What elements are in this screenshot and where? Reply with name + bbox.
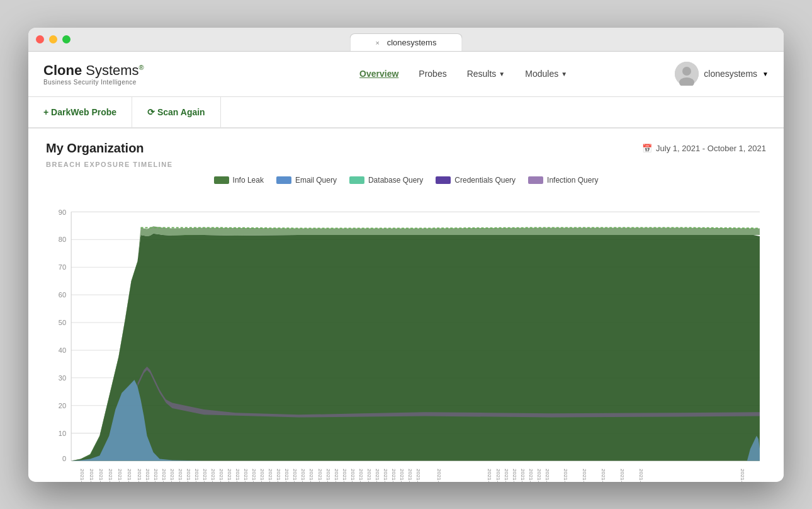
legend-credentials-query: Credentials Query xyxy=(436,176,516,185)
svg-text:2021-JUN-15: 2021-JUN-15 xyxy=(415,469,421,482)
svg-text:2021-JUN-12: 2021-JUN-12 xyxy=(391,469,397,482)
legend-color-credentials-query xyxy=(436,176,451,184)
logo-systems: Systems xyxy=(82,62,138,78)
date-range: 📅 July 1, 2021 - October 1, 2021 xyxy=(642,144,766,153)
svg-text:2021-SEP-11: 2021-SEP-11 xyxy=(520,469,526,482)
svg-text:30: 30 xyxy=(59,374,66,381)
svg-text:2021-JUN-05: 2021-JUN-05 xyxy=(334,469,339,482)
nav-overview[interactable]: Overview xyxy=(359,69,398,79)
tab-close-icon[interactable]: × xyxy=(376,39,380,47)
svg-text:2021-SEP-07: 2021-SEP-07 xyxy=(487,469,492,482)
legend-color-database-query xyxy=(349,176,364,184)
legend-color-infection-query xyxy=(528,176,543,184)
svg-text:2021-JUN-13: 2021-JUN-13 xyxy=(399,469,405,482)
nav-modules[interactable]: Modules ▼ xyxy=(525,69,567,79)
svg-text:70: 70 xyxy=(59,263,66,271)
legend-email-query: Email Query xyxy=(276,176,337,185)
modules-chevron-icon: ▼ xyxy=(561,71,567,77)
minimize-dot[interactable] xyxy=(49,35,57,43)
svg-text:2021-MAY-16: 2021-MAY-16 xyxy=(169,469,175,482)
date-range-text: July 1, 2021 - October 1, 2021 xyxy=(656,144,766,153)
close-dot[interactable] xyxy=(36,35,44,43)
scan-again-button[interactable]: ⟳ Scan Again xyxy=(132,97,221,127)
svg-text:2021-SEP-17: 2021-SEP-17 xyxy=(601,469,606,482)
svg-text:2021-MAY-27: 2021-MAY-27 xyxy=(259,469,265,482)
org-header: My Organization 📅 July 1, 2021 - October… xyxy=(46,141,766,156)
svg-text:2021-MAY-23: 2021-MAY-23 xyxy=(227,469,232,482)
svg-text:2021-MAY-19: 2021-MAY-19 xyxy=(194,469,200,482)
section-label: BREACH EXPOSURE TIMELINE xyxy=(46,161,766,168)
svg-text:2021-MAY-25: 2021-MAY-25 xyxy=(243,469,249,482)
logo-trademark: ® xyxy=(139,63,144,71)
info-leak-area xyxy=(71,233,760,460)
svg-text:2021-MAR-30: 2021-MAR-30 xyxy=(98,469,104,482)
svg-text:2021-MAY-17: 2021-MAY-17 xyxy=(178,469,183,482)
legend-info-leak: Info Leak xyxy=(214,176,264,185)
avatar xyxy=(675,62,699,86)
darkweb-probe-button[interactable]: + DarkWeb Probe xyxy=(28,97,132,127)
svg-text:2021-JUN-04: 2021-JUN-04 xyxy=(325,469,331,482)
nav-results[interactable]: Results ▼ xyxy=(467,69,505,79)
svg-text:2021-SEP-15: 2021-SEP-15 xyxy=(563,469,568,482)
svg-text:2021-JUN-02: 2021-JUN-02 xyxy=(309,469,315,482)
svg-text:2021-SEP-10: 2021-SEP-10 xyxy=(512,469,517,482)
svg-text:2021-JUN-11: 2021-JUN-11 xyxy=(383,469,388,482)
svg-text:2021-MAY-26: 2021-MAY-26 xyxy=(251,469,257,482)
user-chevron-icon: ▼ xyxy=(762,71,769,77)
svg-text:2021-MAY-30: 2021-MAY-30 xyxy=(284,469,290,482)
svg-text:2021-MAY-13: 2021-MAY-13 xyxy=(145,469,150,482)
svg-text:2021-SEP-08: 2021-SEP-08 xyxy=(495,469,501,482)
svg-text:2021-MAY-28: 2021-MAY-28 xyxy=(268,469,273,482)
svg-text:2021-APR-23: 2021-APR-23 xyxy=(127,469,132,482)
navbar: Clone Systems® Business Security Intelli… xyxy=(28,52,784,97)
svg-text:2021-SEP-09: 2021-SEP-09 xyxy=(504,469,509,482)
svg-text:2021-SEP-18: 2021-SEP-18 xyxy=(619,469,625,482)
username-label: clonesystems xyxy=(704,69,757,79)
svg-text:2021-JUN-10: 2021-JUN-10 xyxy=(375,469,380,482)
maximize-dot[interactable] xyxy=(62,35,70,43)
svg-text:2021-JUN-14: 2021-JUN-14 xyxy=(407,469,413,482)
nav-links: Overview Probes Results ▼ Modules ▼ xyxy=(359,69,567,79)
chart-legend: Info Leak Email Query Database Query Cre… xyxy=(46,176,766,185)
chart-container: 90 80 70 60 50 40 30 20 10 0 xyxy=(46,192,766,482)
svg-text:2021-APR-05: 2021-APR-05 xyxy=(108,469,113,482)
legend-color-info-leak xyxy=(214,176,229,184)
legend-infection-query: Infection Query xyxy=(528,176,598,185)
results-chevron-icon: ▼ xyxy=(499,71,505,77)
svg-text:50: 50 xyxy=(59,318,66,326)
logo-area: Clone Systems® Business Security Intelli… xyxy=(43,62,144,86)
svg-text:2021-JUN-06: 2021-JUN-06 xyxy=(342,469,347,482)
browser-tab[interactable]: × clonesystems xyxy=(350,33,463,51)
svg-text:2021-JUN-07: 2021-JUN-07 xyxy=(350,469,356,482)
svg-text:2021-JUN-08: 2021-JUN-08 xyxy=(358,469,364,482)
svg-text:2021-SEP-19: 2021-SEP-19 xyxy=(638,469,644,482)
svg-text:2021-MAY-24: 2021-MAY-24 xyxy=(235,469,240,482)
logo-subtitle: Business Security Intelligence xyxy=(43,79,144,86)
svg-text:2021-MAR-23: 2021-MAR-23 xyxy=(89,469,94,482)
chart-svg: 90 80 70 60 50 40 30 20 10 0 xyxy=(46,192,766,482)
svg-text:40: 40 xyxy=(59,346,66,353)
svg-text:2021-JUN-03: 2021-JUN-03 xyxy=(317,469,323,482)
titlebar: × clonesystems xyxy=(28,28,784,52)
svg-text:2021-MAY-15: 2021-MAY-15 xyxy=(161,469,167,482)
svg-text:20: 20 xyxy=(59,401,66,409)
svg-text:2021-MAY-22: 2021-MAY-22 xyxy=(218,469,224,482)
calendar-icon: 📅 xyxy=(642,144,652,153)
browser-window: × clonesystems Clone Systems® Business S… xyxy=(28,28,784,482)
svg-text:0: 0 xyxy=(62,454,66,462)
svg-text:2021-MAY-10: 2021-MAY-10 xyxy=(137,469,142,482)
x-axis-labels: 2021-MAR-22 2021-MAR-23 2021-MAR-30 2021… xyxy=(79,469,745,482)
org-title: My Organization xyxy=(46,141,144,156)
main-content: My Organization 📅 July 1, 2021 - October… xyxy=(28,129,784,482)
svg-text:90: 90 xyxy=(59,208,66,215)
svg-text:2021-JUN-01: 2021-JUN-01 xyxy=(300,469,306,482)
svg-text:2021-MAR-22: 2021-MAR-22 xyxy=(79,469,85,482)
svg-text:60: 60 xyxy=(59,291,66,299)
svg-text:2021-MAY-31: 2021-MAY-31 xyxy=(292,469,298,482)
svg-text:2021-SEP-16: 2021-SEP-16 xyxy=(582,469,587,482)
svg-text:2021-JUN-16: 2021-JUN-16 xyxy=(436,469,442,482)
svg-text:2021-MAY-21: 2021-MAY-21 xyxy=(210,469,216,482)
legend-color-email-query xyxy=(276,176,291,184)
nav-probes[interactable]: Probes xyxy=(419,69,446,79)
user-area[interactable]: clonesystems ▼ xyxy=(675,62,769,86)
